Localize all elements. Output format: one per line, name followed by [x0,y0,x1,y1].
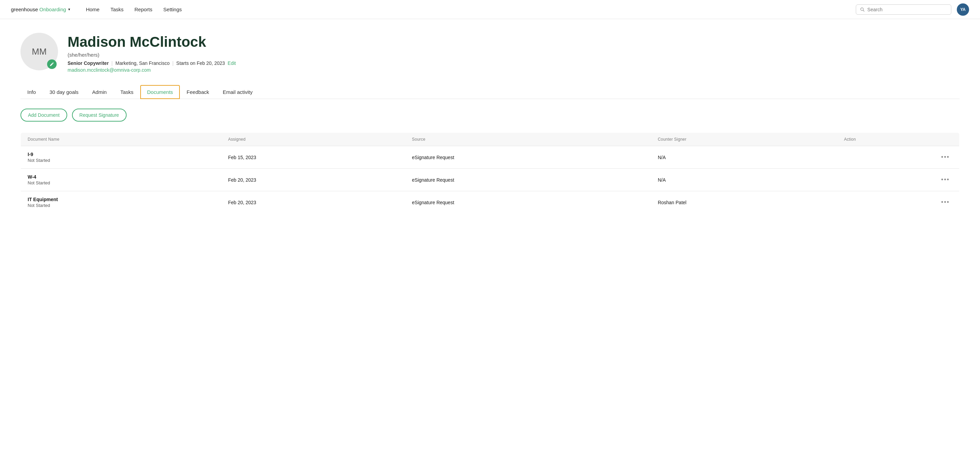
td-assigned: Feb 20, 2023 [221,191,405,214]
tabs-container: Info 30 day goals Admin Tasks Documents … [21,85,959,99]
table-row: IT Equipment Not Started Feb 20, 2023 eS… [21,191,959,214]
main-content: MM Madison McClintock (she/her/hers) Sen… [0,19,980,227]
th-source: Source [405,133,651,146]
profile-pronouns: (she/her/hers) [68,52,236,58]
table-row: W-4 Not Started Feb 20, 2023 eSignature … [21,169,959,191]
nav-settings[interactable]: Settings [159,4,187,15]
td-source: eSignature Request [405,169,651,191]
tab-admin[interactable]: Admin [85,85,114,99]
documents-table: Document Name Assigned Source Counter Si… [21,133,959,214]
profile-start-date: Starts on Feb 20, 2023 [177,61,225,66]
tab-documents[interactable]: Documents [140,85,180,99]
search-box [856,5,951,15]
nav-links: Home Tasks Reports Settings [81,4,187,15]
td-doc-name: I-9 Not Started [21,146,221,169]
edit-avatar-button[interactable] [47,59,57,69]
row-actions-button[interactable]: ••• [939,175,952,185]
brand-logo[interactable]: greenhouse Onboarding ▾ [11,6,70,12]
th-assigned: Assigned [221,133,405,146]
profile-initials: MM [32,46,46,57]
nav-tasks[interactable]: Tasks [106,4,128,15]
profile-meta: Senior Copywriter | Marketing, San Franc… [68,61,236,66]
profile-edit-link[interactable]: Edit [228,61,236,66]
svg-line-1 [863,10,864,11]
td-source: eSignature Request [405,146,651,169]
td-doc-name: W-4 Not Started [21,169,221,191]
search-input[interactable] [867,7,947,12]
tab-30day[interactable]: 30 day goals [43,85,85,99]
td-doc-name: IT Equipment Not Started [21,191,221,214]
navbar: greenhouse Onboarding ▾ Home Tasks Repor… [0,0,980,19]
pencil-icon [49,62,54,67]
profile-header: MM Madison McClintock (she/her/hers) Sen… [21,33,959,73]
td-source: eSignature Request [405,191,651,214]
meta-separator: | [111,61,113,66]
th-document-name: Document Name [21,133,221,146]
brand-onboarding-text: Onboarding [39,6,66,12]
meta-separator-2: | [172,61,174,66]
row-actions-button[interactable]: ••• [939,197,952,207]
chevron-down-icon: ▾ [68,7,70,11]
row-actions-button[interactable]: ••• [939,152,952,162]
tab-email-activity[interactable]: Email activity [216,85,260,99]
tab-info[interactable]: Info [21,85,43,99]
profile-job-title: Senior Copywriter [68,61,109,66]
tab-feedback[interactable]: Feedback [180,85,216,99]
th-action: Action [837,133,959,146]
td-counter-signer: N/A [651,169,837,191]
profile-info: Madison McClintock (she/her/hers) Senior… [68,33,236,73]
td-action: ••• [837,169,959,191]
user-avatar[interactable]: YA [957,3,969,16]
td-assigned: Feb 15, 2023 [221,146,405,169]
td-action: ••• [837,146,959,169]
search-icon [860,7,865,12]
tab-tasks[interactable]: Tasks [114,85,140,99]
request-signature-button[interactable]: Request Signature [72,109,127,121]
profile-avatar: MM [21,33,58,70]
profile-email[interactable]: madison.mcclintock@omniva-corp.com [68,67,236,73]
td-action: ••• [837,191,959,214]
td-assigned: Feb 20, 2023 [221,169,405,191]
nav-reports[interactable]: Reports [130,4,157,15]
table-body: I-9 Not Started Feb 15, 2023 eSignature … [21,146,959,214]
table-header: Document Name Assigned Source Counter Si… [21,133,959,146]
th-counter-signer: Counter Signer [651,133,837,146]
profile-name: Madison McClintock [68,34,236,50]
document-actions: Add Document Request Signature [21,109,959,121]
nav-home[interactable]: Home [81,4,104,15]
add-document-button[interactable]: Add Document [21,109,67,121]
brand-greenhouse-text: greenhouse [11,6,38,12]
table-row: I-9 Not Started Feb 15, 2023 eSignature … [21,146,959,169]
td-counter-signer: N/A [651,146,837,169]
navbar-right: YA [856,3,969,16]
profile-department: Marketing, San Francisco [115,61,170,66]
td-counter-signer: Roshan Patel [651,191,837,214]
